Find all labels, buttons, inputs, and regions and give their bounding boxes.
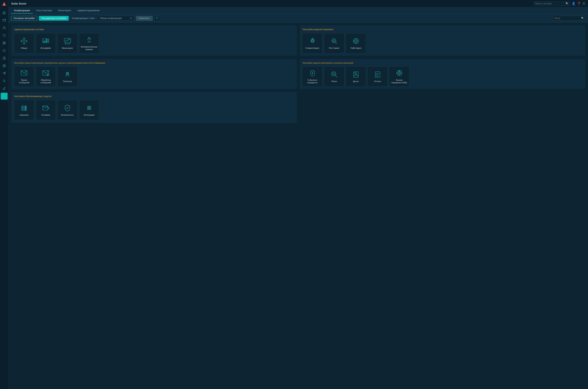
- btn-basic-settings[interactable]: Основные настройки: [11, 16, 37, 21]
- global-search-input[interactable]: [533, 1, 570, 6]
- section-monitor-analysis: Настройка средств мониторинга и анализа …: [300, 59, 585, 89]
- svg-point-3: [3, 27, 4, 28]
- main-content: Solar Dozor 🔍 👤 ❓ ☰ Конфигурация Узлы кл…: [8, 0, 588, 389]
- trafficagent-icon: [352, 37, 360, 45]
- logo[interactable]: S: [2, 1, 7, 7]
- card-trafficagent-label: Traffic Agent: [350, 47, 361, 49]
- sidebar-item-shield[interactable]: [1, 32, 8, 39]
- svg-point-87: [25, 108, 26, 109]
- card-aux[interactable]: Вспомогательные сервисы: [79, 33, 99, 53]
- svg-rect-24: [46, 40, 49, 41]
- svg-point-46: [354, 39, 357, 43]
- card-endpoint[interactable]: Endpoint Agent: [303, 33, 322, 53]
- card-uba[interactable]: Анализ поведения (UBA): [389, 66, 409, 86]
- card-storage[interactable]: Хранение: [14, 100, 34, 120]
- topbar-search-area: 🔍 👤 ❓ ☰: [533, 1, 585, 6]
- tab-admin[interactable]: Администрирование: [74, 8, 103, 14]
- filecrawler-icon: [330, 37, 338, 45]
- card-security[interactable]: Безопасность: [58, 100, 77, 120]
- content-area: Администрирование системы Общее: [8, 22, 588, 389]
- config-dropdown[interactable]: Общая конфигурация ▼: [98, 16, 134, 21]
- section-filter: Настройка средств фильтрации перехваченн…: [11, 59, 297, 89]
- svg-point-8: [3, 49, 5, 52]
- sidebar-item-inbox[interactable]: [1, 17, 8, 24]
- svg-rect-83: [22, 106, 26, 107]
- card-search-card[interactable]: Поиск: [324, 66, 344, 86]
- tab-config[interactable]: Конфигурация: [11, 8, 33, 14]
- support-grid: Хранение Отправка: [14, 100, 294, 120]
- sidebar-item-plane[interactable]: [1, 70, 8, 77]
- dossier-icon: [352, 70, 360, 78]
- card-search-label: Поиск: [331, 80, 337, 83]
- toolbar-search-input[interactable]: [553, 16, 585, 21]
- search-card-icon: [330, 70, 338, 78]
- global-search-wrapper[interactable]: 🔍: [533, 1, 570, 6]
- svg-rect-26: [45, 42, 46, 43]
- svg-line-30: [69, 43, 70, 44]
- tab-cluster[interactable]: Узлы кластера: [33, 8, 55, 14]
- intercept-modules-grid: Endpoint Agent Fil: [303, 33, 582, 53]
- card-filecrawler-label: File Crawler: [329, 47, 340, 49]
- card-security-label: Безопасность: [61, 114, 74, 116]
- aux-icon: [85, 36, 93, 44]
- sidebar-item-person[interactable]: [1, 77, 8, 84]
- svg-rect-22: [43, 39, 46, 41]
- help-icon[interactable]: ❓: [577, 2, 581, 5]
- svg-line-29: [65, 43, 66, 44]
- btn-comment[interactable]: [154, 16, 160, 21]
- card-reports[interactable]: Отчеты: [368, 66, 387, 86]
- sidebar-item-settings-alt[interactable]: [1, 62, 8, 69]
- svg-point-88: [25, 109, 26, 110]
- sidebar-item-grid[interactable]: [1, 39, 8, 46]
- monitoring-icon: [64, 37, 71, 45]
- card-integration[interactable]: Интеграция: [79, 100, 99, 120]
- card-reports-label: Отчеты: [374, 80, 381, 83]
- send-icon: [42, 104, 50, 112]
- card-interface[interactable]: Интерфейс: [36, 33, 56, 53]
- sidebar-item-pen[interactable]: [1, 85, 8, 92]
- sidebar-item-config[interactable]: [1, 93, 8, 99]
- uba-icon: [395, 69, 403, 77]
- card-events[interactable]: События и инциденты: [303, 66, 322, 86]
- card-general[interactable]: Общее: [14, 33, 34, 53]
- sidebar-item-search[interactable]: [1, 47, 8, 54]
- card-process[interactable]: Обработка сообщений: [36, 66, 56, 86]
- card-aux-label: Вспомогательные сервисы: [81, 46, 98, 51]
- svg-point-47: [355, 40, 356, 42]
- svg-point-86: [25, 106, 26, 107]
- svg-point-12: [4, 65, 4, 66]
- svg-point-39: [333, 40, 335, 41]
- user-menu-icon[interactable]: ☰: [583, 2, 585, 5]
- notifications-icon[interactable]: 👤: [572, 2, 575, 5]
- card-trafficagent[interactable]: Traffic Agent: [346, 33, 366, 53]
- svg-text:S: S: [3, 3, 5, 6]
- tab-monitoring[interactable]: Мониторинг: [55, 8, 74, 14]
- card-policy-label: Политика: [63, 80, 72, 83]
- sidebar-item-docs[interactable]: [1, 55, 8, 62]
- sidebar-item-users[interactable]: [1, 24, 8, 31]
- svg-point-76: [398, 71, 401, 74]
- receive-icon: [20, 69, 28, 77]
- section-monitor-title: Настройка средств мониторинга и анализа …: [303, 62, 582, 64]
- btn-advanced-settings[interactable]: Расширенные настройки: [39, 16, 69, 21]
- card-send[interactable]: Отправка: [36, 100, 56, 120]
- sidebar-item-home[interactable]: [1, 9, 8, 16]
- reports-icon: [374, 70, 381, 78]
- svg-rect-23: [46, 39, 49, 40]
- card-monitoring[interactable]: Мониторинг: [58, 33, 77, 53]
- chevron-down-icon: ▼: [130, 17, 132, 20]
- card-events-label: События и инциденты: [304, 79, 321, 84]
- svg-rect-85: [22, 109, 26, 110]
- btn-apply[interactable]: Применить: [136, 16, 153, 21]
- section-admin-system-title: Администрирование системы: [14, 28, 294, 31]
- section-intercept-title: Настройка модулей перехвата: [303, 28, 582, 31]
- card-policy[interactable]: Политика: [58, 66, 77, 86]
- card-dossier[interactable]: Досье: [346, 66, 366, 86]
- section-support-tools: Настройка обеспечивающих средств Хр: [11, 92, 297, 123]
- breadcrumb: Конфигурация / Узел: [70, 17, 96, 20]
- card-receive[interactable]: Прием сообщений: [14, 66, 34, 86]
- topbar-icons: 👤 ❓ ☰: [572, 2, 585, 5]
- toolbar: Основные настройки Расширенные настройки…: [8, 14, 588, 22]
- card-filecrawler[interactable]: File Crawler: [324, 33, 344, 53]
- toolbar-search-wrapper[interactable]: 🔍: [553, 16, 585, 21]
